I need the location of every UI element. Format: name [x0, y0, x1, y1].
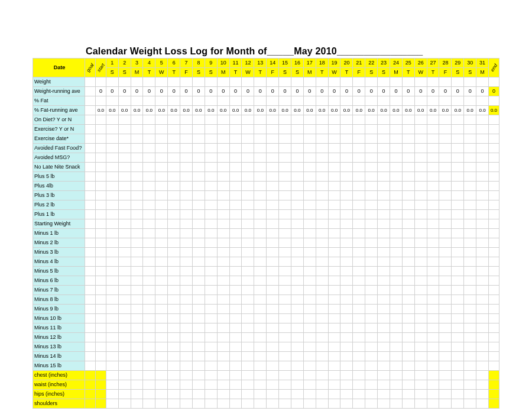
cell-day: [205, 380, 217, 390]
cell-day: [303, 267, 316, 276]
cell-day: [316, 238, 328, 248]
cell-day: [390, 77, 402, 87]
cell-day: [390, 134, 402, 144]
cell-day: [229, 115, 242, 125]
cell-day: [229, 342, 242, 352]
cell-day: [414, 399, 427, 409]
cell-day: 0: [378, 87, 390, 96]
cell-day: [390, 210, 402, 219]
header-end: end: [488, 59, 499, 77]
header-dow-15: S: [279, 68, 291, 77]
cell-day: [427, 257, 439, 267]
row-minus-2: Minus 3 lb: [33, 248, 499, 257]
cell-day: [340, 286, 353, 295]
cell-day: [229, 323, 242, 333]
cell-day: [168, 267, 180, 276]
cell-day: 0.0: [452, 106, 464, 115]
cell-day: [279, 286, 291, 295]
cell-day: [378, 172, 390, 182]
cell-day: [180, 229, 193, 238]
cell-day: [378, 276, 390, 286]
cell-day: [254, 257, 267, 267]
cell-day: 0.0: [267, 106, 279, 115]
cell-day: [242, 390, 254, 399]
cell-day: [168, 352, 180, 361]
cell-day: [476, 210, 489, 219]
cell-day: [155, 182, 168, 191]
cell-goal: [85, 153, 96, 163]
cell-day: [205, 191, 217, 200]
header-dow-21: F: [353, 68, 365, 77]
cell-day: [353, 323, 365, 333]
cell-day: [180, 380, 193, 390]
cell-day: [217, 238, 229, 248]
cell-day: 0.0: [390, 106, 402, 115]
cell-day: [131, 144, 143, 153]
cell-end: [488, 182, 499, 191]
cell-day: [316, 361, 328, 371]
cell-day: [303, 361, 316, 371]
cell-start: [96, 295, 106, 305]
cell-day: [242, 371, 254, 380]
cell-day: [192, 163, 205, 172]
cell-day: [267, 342, 279, 352]
cell-day: [476, 352, 489, 361]
cell-goal: [85, 172, 96, 182]
cell-day: [279, 77, 291, 87]
cell-day: [118, 125, 131, 134]
header-day-20: 20: [340, 59, 353, 68]
cell-day: [303, 134, 316, 144]
cell-day: [303, 342, 316, 352]
cell-day: [390, 333, 402, 342]
cell-day: [205, 144, 217, 153]
cell-day: [464, 200, 476, 210]
cell-day: [118, 163, 131, 172]
cell-day: [143, 380, 155, 390]
cell-day: 0: [291, 87, 303, 96]
cell-day: [131, 399, 143, 409]
cell-day: [464, 77, 476, 87]
row-minus-6: Minus 7 lb: [33, 286, 499, 295]
cell-day: [254, 314, 267, 323]
cell-day: [476, 153, 489, 163]
cell-day: [192, 134, 205, 144]
header-day-28: 28: [439, 59, 452, 68]
cell-day: [106, 229, 118, 238]
cell-day: [414, 390, 427, 399]
cell-end: [488, 163, 499, 172]
cell-day: [267, 229, 279, 238]
cell-day: [168, 238, 180, 248]
cell-day: [340, 172, 353, 182]
cell-day: 0.0: [303, 106, 316, 115]
cell-day: [476, 163, 489, 172]
cell-day: [303, 238, 316, 248]
cell-day: 0: [279, 87, 291, 96]
cell-day: [303, 276, 316, 286]
cell-day: [303, 77, 316, 87]
cell-day: [390, 314, 402, 323]
cell-day: [378, 153, 390, 163]
cell-day: [390, 286, 402, 295]
cell-day: [118, 96, 131, 106]
cell-day: [390, 276, 402, 286]
cell-day: [452, 305, 464, 314]
cell-day: [168, 276, 180, 286]
cell-day: [464, 248, 476, 257]
cell-day: [279, 399, 291, 409]
cell-day: [118, 305, 131, 314]
cell-day: [254, 342, 267, 352]
header-dow-28: F: [439, 68, 452, 77]
cell-day: [143, 342, 155, 352]
cell-day: [118, 238, 131, 248]
cell-end: [488, 352, 499, 361]
cell-day: [254, 380, 267, 390]
cell-start: [96, 125, 106, 134]
row-label: Weight-running ave: [33, 87, 85, 96]
cell-day: [476, 390, 489, 399]
cell-day: [439, 229, 452, 238]
cell-day: [291, 163, 303, 172]
cell-day: [390, 191, 402, 200]
cell-day: [279, 314, 291, 323]
header-dow-14: F: [267, 68, 279, 77]
cell-day: [353, 182, 365, 191]
